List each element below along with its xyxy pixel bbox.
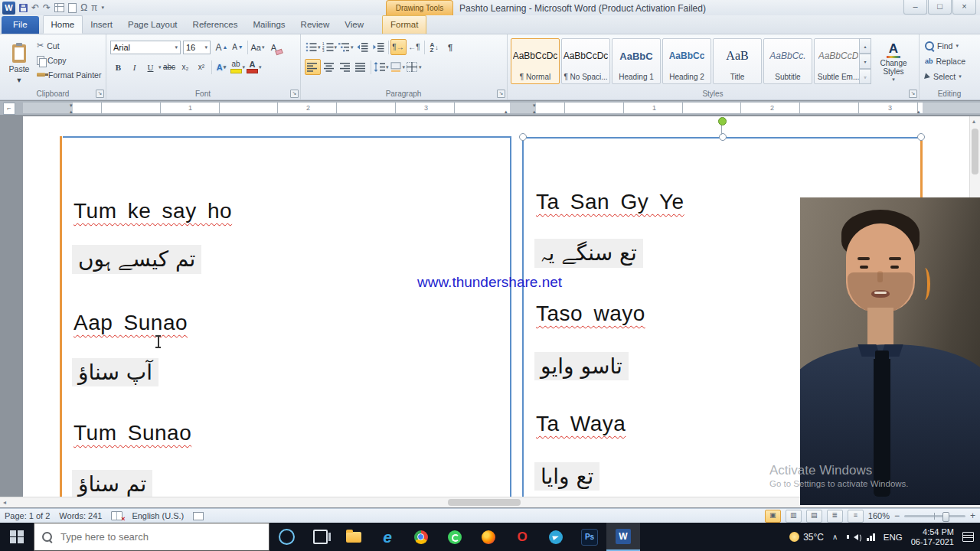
hidden-icons-chevron[interactable]: ∧ [832,533,838,541]
decrease-indent-button[interactable] [354,39,371,55]
change-styles-button[interactable]: A Change Styles ▾ [873,38,914,87]
highlight-color-button[interactable]: ab ▾ [230,59,247,75]
grow-font-button[interactable]: A▲ [214,39,230,55]
doc-text-latin[interactable]: Ta Waya [536,412,626,436]
text-effects-dropdown-icon[interactable]: ▾ [224,64,227,70]
styles-gallery-more[interactable]: ▿ [859,69,871,84]
styles-scroll-down[interactable]: ▾ [859,54,871,69]
fullscreen-reading-view-button[interactable]: ▥ [786,510,802,523]
taskbar-app-cortana[interactable] [270,523,303,551]
tab-view[interactable]: View [337,16,371,34]
shading-dropdown-icon[interactable]: ▾ [403,64,406,70]
strikethrough-button[interactable]: abc [162,59,178,75]
network-icon[interactable] [867,533,875,541]
doc-text-urdu[interactable]: آپ سناؤ [72,358,158,386]
volume-icon[interactable] [854,534,858,540]
right-indent-marker[interactable]: ▴ [505,109,508,114]
text-effects-button[interactable]: A ▾ [214,59,230,75]
scroll-up-icon[interactable]: ▴ [972,117,975,126]
numbering-dropdown-icon[interactable]: ▾ [335,44,338,51]
doc-text-latin[interactable]: Taso wayo [536,302,645,326]
underline-dropdown-icon[interactable]: ▾ [158,64,162,70]
input-language-icon[interactable] [193,512,204,520]
line-spacing-button[interactable]: ▾ [373,59,390,75]
doc-text-urdu[interactable]: تم کیسے ہوں [72,245,201,274]
taskbar-app-word[interactable]: W [606,523,640,551]
doc-text-latin[interactable]: Aap Sunao [74,311,188,335]
resize-handle[interactable] [719,133,727,141]
page-indicator[interactable]: Page: 1 of 2 [5,511,50,520]
left-to-right-direction-button[interactable]: ¶→ [390,39,407,55]
line-spacing-dropdown-icon[interactable]: ▾ [386,64,389,70]
maximize-button[interactable]: □ [928,0,952,15]
doc-text-urdu[interactable]: تع سنگے یہ [534,239,643,268]
copy-button[interactable]: Copy [37,54,101,66]
zoom-slider[interactable] [904,515,965,517]
borders-dropdown-icon[interactable]: ▾ [419,64,422,70]
shading-button[interactable]: ▾ [390,59,407,75]
zoom-out-button[interactable]: − [894,510,900,521]
taskbar-app-chrome[interactable] [404,523,438,551]
left-textbox-top-border[interactable] [63,136,510,138]
right-to-left-direction-button[interactable]: ←¶ [407,39,423,55]
style-subtle-emphasis[interactable]: AaBbCcD Subtle Em... [814,38,863,84]
align-right-button[interactable] [337,59,353,75]
symbol-omega-icon[interactable]: Ω [80,2,87,14]
justify-button[interactable] [353,59,369,75]
tab-file[interactable]: File [2,16,39,34]
tab-review[interactable]: Review [293,16,338,34]
customize-qat-icon[interactable]: ▾ [101,2,104,14]
taskbar-app-whatsapp[interactable] [438,523,472,551]
underline-button[interactable]: U [142,59,158,75]
outline-view-button[interactable]: ≣ [827,510,843,523]
font-family-select[interactable]: Arial ▾ [110,41,181,54]
taskbar-app-opera[interactable]: O [505,523,539,551]
hanging-indent-marker[interactable]: ▴ [70,109,73,114]
tab-mailings[interactable]: Mailings [245,16,292,34]
style-heading-2[interactable]: AaBbCc Heading 2 [662,38,711,84]
change-styles-dropdown-icon[interactable]: ▾ [892,77,895,83]
redo-icon[interactable]: ↷ [43,2,51,14]
taskbar-app-task-view[interactable] [303,523,337,551]
change-case-button[interactable]: Aa ▾ [250,39,266,55]
find-button[interactable]: Find ▾ [925,40,965,51]
canvas-left-border[interactable] [60,136,62,497]
print-layout-view-button[interactable]: ▣ [765,510,781,523]
doc-text-urdu[interactable]: تم سناؤ [72,470,152,497]
weather-widget[interactable]: 35°C [789,532,824,543]
first-line-indent-marker[interactable]: ▾ [533,103,536,108]
paragraph-dialog-launcher[interactable]: ↘ [497,90,505,98]
doc-text-urdu[interactable]: تع وایا [534,462,599,491]
paste-dropdown-icon[interactable]: ▾ [17,75,21,84]
undo-icon[interactable]: ↶ [31,2,39,14]
horizontal-scroll-thumb[interactable] [448,499,521,506]
doc-text-latin[interactable]: Ta San Gy Ye [536,190,684,214]
clipboard-dialog-launcher[interactable]: ↘ [96,90,104,98]
tab-references[interactable]: References [185,16,246,34]
word-count[interactable]: Words: 241 [59,511,102,520]
right-indent-marker[interactable]: ▴ [917,109,920,114]
tab-format[interactable]: Format [382,15,426,34]
resize-handle[interactable] [917,133,925,141]
change-case-dropdown-icon[interactable]: ▾ [262,44,265,51]
italic-button[interactable]: I [126,59,142,75]
web-layout-view-button[interactable]: ▤ [806,510,822,523]
font-size-dropdown-icon[interactable]: ▾ [204,44,207,51]
minimize-button[interactable]: – [903,0,927,15]
save-icon[interactable] [19,4,28,12]
table-icon[interactable] [54,3,64,12]
taskbar-app-photoshop[interactable]: Ps [573,523,606,551]
font-color-dropdown-icon[interactable]: ▾ [259,64,262,70]
styles-scroll-up[interactable]: ▴ [859,38,871,54]
start-button[interactable] [0,523,34,551]
zoom-slider-thumb[interactable] [942,512,949,522]
taskbar-search[interactable] [34,523,270,551]
select-button[interactable]: Select ▾ [925,70,965,82]
multilevel-list-button[interactable]: ▾ [338,39,354,55]
bullets-dropdown-icon[interactable]: ▾ [318,44,321,51]
vertical-scroll-thumb[interactable] [972,129,978,174]
style-heading-1[interactable]: AaBbC Heading 1 [612,38,661,84]
replace-button[interactable]: ab Replace [925,55,965,67]
find-dropdown-icon[interactable]: ▾ [956,43,959,49]
sort-button[interactable]: AZ ↓ [426,39,443,55]
